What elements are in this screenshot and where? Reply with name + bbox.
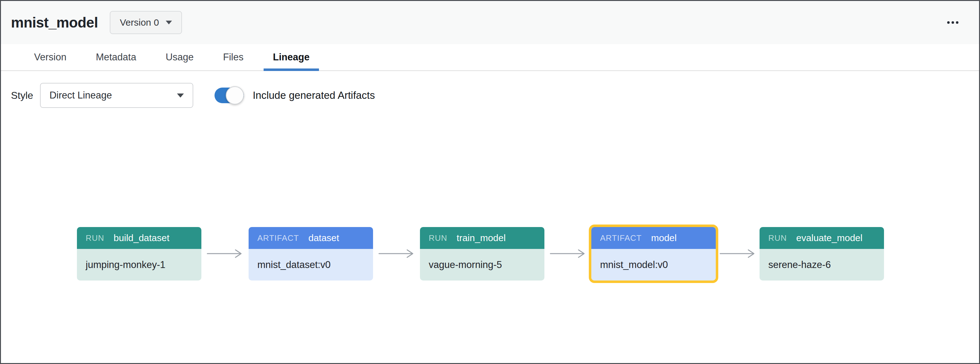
ellipsis-icon <box>956 21 958 24</box>
tab-version[interactable]: Version <box>25 44 76 70</box>
toggle-knob <box>226 86 244 105</box>
include-generated-artifacts-label: Include generated Artifacts <box>253 89 375 101</box>
tab-files[interactable]: Files <box>213 44 253 70</box>
tab-lineage[interactable]: Lineage <box>264 44 319 70</box>
node-value: mnist_dataset:v0 <box>248 249 373 280</box>
node-value: vague-morning-5 <box>420 249 544 280</box>
node-header: ARTIFACT dataset <box>248 227 373 249</box>
node-kind-label: ARTIFACT <box>600 233 642 243</box>
caret-down-icon <box>166 21 172 24</box>
node-header: RUN train_model <box>420 227 544 249</box>
tab-usage[interactable]: Usage <box>156 44 203 70</box>
node-header: ARTIFACT model <box>591 227 716 249</box>
node-value: jumping-monkey-1 <box>77 249 201 280</box>
arrow-right-icon <box>207 248 243 259</box>
node-header: RUN evaluate_model <box>760 227 884 249</box>
node-name: evaluate_model <box>796 233 862 243</box>
node-kind-label: RUN <box>86 233 104 243</box>
arrow-right-icon <box>379 248 415 259</box>
tab-bar: Version Metadata Usage Files Lineage <box>1 44 979 71</box>
page-title: mnist_model <box>11 14 98 31</box>
active-tab-underline <box>264 68 319 71</box>
style-label: Style <box>11 90 33 101</box>
lineage-node-run-evaluate_model[interactable]: RUN evaluate_model serene-haze-6 <box>760 227 884 280</box>
style-dropdown[interactable]: Direct Lineage <box>40 83 193 108</box>
lineage-controls: Style Direct Lineage Include generated A… <box>11 83 979 108</box>
lineage-node-artifact-dataset[interactable]: ARTIFACT dataset mnist_dataset:v0 <box>248 227 373 280</box>
tab-label: Usage <box>166 52 194 63</box>
style-dropdown-value: Direct Lineage <box>49 90 112 101</box>
lineage-node-artifact-model-selected[interactable]: ARTIFACT model mnist_model:v0 <box>591 227 716 280</box>
caret-down-icon <box>177 94 184 98</box>
lineage-node-run-build_dataset[interactable]: RUN build_dataset jumping-monkey-1 <box>77 227 201 280</box>
version-selector-label: Version 0 <box>120 17 159 28</box>
include-generated-artifacts-toggle[interactable] <box>215 87 244 103</box>
lineage-node-run-train_model[interactable]: RUN train_model vague-morning-5 <box>420 227 544 280</box>
node-kind-label: ARTIFACT <box>257 233 299 243</box>
version-selector-button[interactable]: Version 0 <box>110 11 182 34</box>
tab-label: Metadata <box>96 52 136 63</box>
node-kind-label: RUN <box>429 233 447 243</box>
node-name: dataset <box>308 233 339 243</box>
node-value: mnist_model:v0 <box>591 249 716 280</box>
node-header: RUN build_dataset <box>77 227 201 249</box>
more-options-button[interactable] <box>944 18 962 27</box>
arrow-right-icon <box>550 248 586 259</box>
arrow-right-icon <box>719 248 756 259</box>
tab-label: Version <box>34 52 66 63</box>
node-name: train_model <box>457 233 506 243</box>
tab-label: Files <box>223 52 243 63</box>
header: mnist_model Version 0 <box>1 1 979 44</box>
node-value: serene-haze-6 <box>760 249 884 280</box>
artifact-lineage-page: { "header": { "title": "mnist_model", "v… <box>0 0 980 364</box>
node-name: model <box>651 233 677 243</box>
node-name: build_dataset <box>113 233 169 243</box>
tab-metadata[interactable]: Metadata <box>86 44 145 70</box>
tab-label: Lineage <box>273 52 310 63</box>
node-kind-label: RUN <box>768 233 787 243</box>
ellipsis-icon <box>951 21 954 24</box>
ellipsis-icon <box>947 21 950 24</box>
